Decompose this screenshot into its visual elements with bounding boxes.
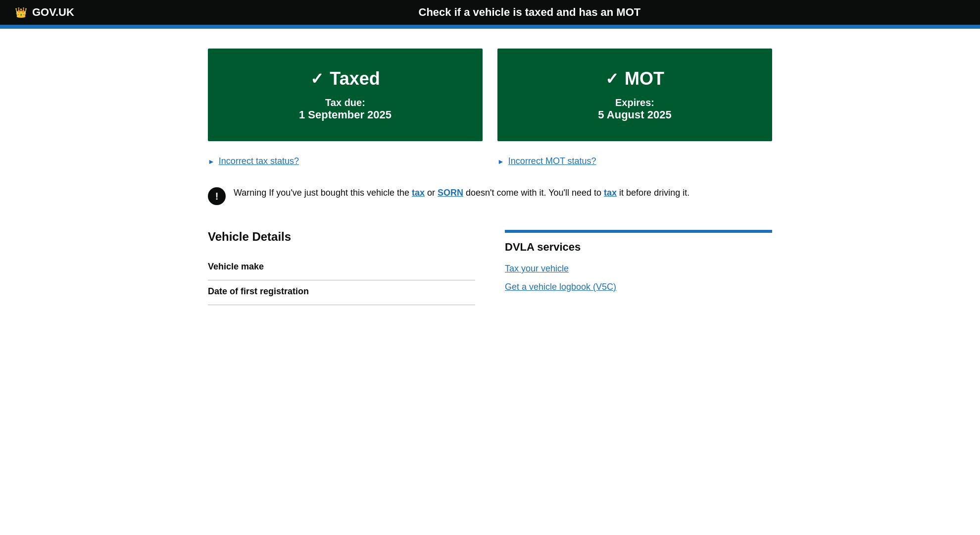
warning-tax-link-1[interactable]: tax xyxy=(412,188,425,198)
warning-text-after: doesn't come with it. You'll need to xyxy=(463,188,604,198)
logo-text: GOV.UK xyxy=(32,6,74,19)
vehicle-details-section: Vehicle Details Vehicle make Date of fir… xyxy=(208,230,475,305)
incorrect-mot-link[interactable]: Incorrect MOT status? xyxy=(508,156,596,166)
site-header: 👑 GOV.UK Check if a vehicle is taxed and… xyxy=(0,0,980,25)
crown-icon: 👑 xyxy=(15,6,27,18)
first-registration-label: Date of first registration xyxy=(208,286,475,297)
warning-text-before: Warning If you've just bought this vehic… xyxy=(234,188,412,198)
first-registration-row: Date of first registration xyxy=(208,280,475,305)
mot-label: MOT xyxy=(625,68,664,89)
warning-box: ! Warning If you've just bought this veh… xyxy=(208,181,772,210)
warning-tax-link-2[interactable]: tax xyxy=(604,188,617,198)
warning-icon: ! xyxy=(208,187,226,205)
warning-text: Warning If you've just bought this vehic… xyxy=(234,186,689,200)
triangle-mot-icon: ► xyxy=(497,158,504,165)
tax-due-date: 1 September 2025 xyxy=(223,108,468,121)
warning-sorn-link[interactable]: SORN xyxy=(438,188,463,198)
taxed-label: Taxed xyxy=(330,68,380,89)
status-links-container: ► Incorrect tax status? ► Incorrect MOT … xyxy=(208,156,772,166)
blue-progress-bar xyxy=(0,25,980,29)
triangle-tax-icon: ► xyxy=(208,158,215,165)
taxed-checkmark-icon: ✓ xyxy=(310,69,324,88)
mot-status-card: ✓ MOT Expires: 5 August 2025 xyxy=(497,49,772,141)
mot-expires-date: 5 August 2025 xyxy=(512,108,757,121)
mot-checkmark-icon: ✓ xyxy=(605,69,619,88)
vehicle-make-row: Vehicle make xyxy=(208,256,475,280)
status-cards-container: ✓ Taxed Tax due: 1 September 2025 ✓ MOT … xyxy=(208,49,772,141)
mot-title: ✓ MOT xyxy=(512,68,757,89)
two-column-layout: Vehicle Details Vehicle make Date of fir… xyxy=(208,230,772,305)
incorrect-tax-link-container: ► Incorrect tax status? xyxy=(208,156,483,166)
incorrect-tax-link[interactable]: Incorrect tax status? xyxy=(219,156,299,166)
warning-text-end: it before driving it. xyxy=(617,188,689,198)
vehicle-make-label: Vehicle make xyxy=(208,262,475,272)
vehicle-logbook-link[interactable]: Get a vehicle logbook (V5C) xyxy=(505,282,772,292)
main-content: ✓ Taxed Tax due: 1 September 2025 ✓ MOT … xyxy=(193,29,787,325)
page-header-title: Check if a vehicle is taxed and has an M… xyxy=(94,6,965,19)
dvla-services-section: DVLA services Tax your vehicle Get a veh… xyxy=(505,230,772,305)
gov-uk-logo: 👑 GOV.UK xyxy=(15,6,74,19)
taxed-title: ✓ Taxed xyxy=(223,68,468,89)
tax-your-vehicle-link[interactable]: Tax your vehicle xyxy=(505,264,772,274)
vehicle-details-title: Vehicle Details xyxy=(208,230,475,244)
incorrect-mot-link-container: ► Incorrect MOT status? xyxy=(497,156,772,166)
taxed-status-card: ✓ Taxed Tax due: 1 September 2025 xyxy=(208,49,483,141)
mot-expires-label: Expires: xyxy=(512,97,757,108)
dvla-services-title: DVLA services xyxy=(505,241,772,254)
tax-due-label: Tax due: xyxy=(223,97,468,108)
dvla-blue-accent xyxy=(505,230,772,233)
warning-text-middle: or xyxy=(425,188,438,198)
